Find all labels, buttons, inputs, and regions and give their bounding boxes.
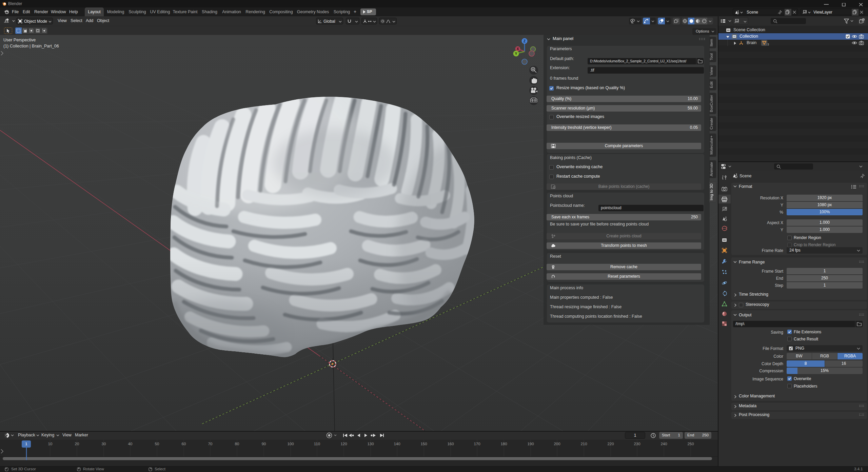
svg-text:Y: Y [515, 52, 517, 56]
svg-text:Z: Z [524, 39, 526, 43]
svg-text:X: X [517, 47, 519, 51]
